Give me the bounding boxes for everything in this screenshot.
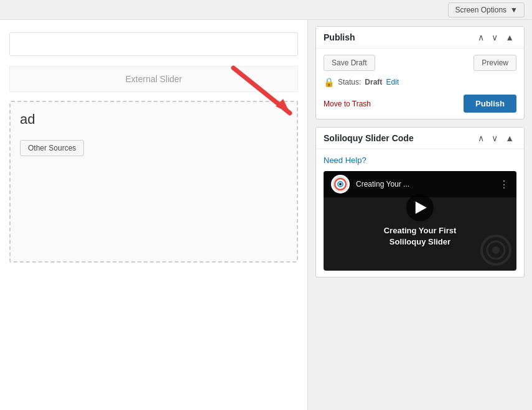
publish-widget-controls: ∧ ∨ ▲: [475, 32, 516, 43]
publish-widget-header: Publish ∧ ∨ ▲: [316, 27, 524, 49]
publish-widget-up-btn[interactable]: ∧: [475, 32, 487, 43]
publish-buttons-row: Save Draft Preview: [324, 55, 516, 71]
publish-button[interactable]: Publish: [464, 95, 516, 113]
ad-text: ad: [20, 111, 287, 128]
slider-widget-up-btn[interactable]: ∧: [475, 133, 487, 144]
status-row: 🔒 Status: Draft Edit: [324, 77, 516, 87]
svg-point-3: [339, 183, 342, 185]
video-title: Creating Your ...: [356, 180, 493, 189]
video-top-bar: Creating Your ... ⋮: [324, 171, 516, 197]
slider-code-widget: Soliloquy Slider Code ∧ ∨ ▲ Need Help?: [315, 127, 525, 277]
publish-widget-title: Publish: [324, 32, 355, 42]
save-draft-button[interactable]: Save Draft: [324, 55, 375, 71]
slider-code-widget-header: Soliloquy Slider Code ∧ ∨ ▲: [316, 128, 524, 149]
video-logo-icon: [331, 175, 350, 193]
left-panel: External Slider ad Other Sources: [0, 20, 308, 410]
publish-actions-row: Move to Trash Publish: [324, 95, 516, 113]
status-edit-link[interactable]: Edit: [386, 78, 399, 86]
main-content: External Slider ad Other Sources Publish…: [0, 20, 532, 410]
play-button[interactable]: [406, 194, 434, 221]
publish-widget-collapse-btn[interactable]: ▲: [503, 32, 516, 43]
status-value: Draft: [365, 78, 382, 86]
screen-options-arrow-icon: ▼: [510, 6, 518, 14]
publish-widget-body: Save Draft Preview 🔒 Status: Draft Edit …: [316, 49, 524, 119]
slider-widget-collapse-btn[interactable]: ▲: [503, 133, 516, 144]
external-slider-label: External Slider: [9, 66, 298, 92]
video-center-controls: Creating Your First Soliloquy Slider: [384, 194, 457, 248]
play-triangle-icon: [416, 202, 427, 214]
publish-widget-down-btn[interactable]: ∨: [489, 32, 500, 43]
other-sources-button[interactable]: Other Sources: [20, 140, 84, 156]
publish-widget: Publish ∧ ∨ ▲ Save Draft Preview: [315, 26, 525, 119]
need-help-link[interactable]: Need Help?: [324, 156, 516, 165]
slider-code-widget-title: Soliloquy Slider Code: [324, 133, 414, 143]
slider-code-widget-body: Need Help? Creating Your ...: [316, 149, 524, 277]
video-watermark-icon: [480, 235, 511, 266]
svg-point-6: [492, 246, 500, 254]
status-icon: 🔒: [324, 77, 334, 87]
title-input[interactable]: [9, 32, 298, 56]
status-label: Status:: [338, 78, 361, 86]
screen-options-button[interactable]: Screen Options ▼: [448, 2, 525, 17]
dashed-area: ad Other Sources: [9, 101, 298, 263]
screen-options-label: Screen Options: [455, 6, 506, 14]
video-thumbnail[interactable]: Creating Your ... ⋮ Creating Your First …: [324, 171, 516, 271]
slider-code-widget-controls: ∧ ∨ ▲: [475, 133, 516, 144]
preview-button[interactable]: Preview: [474, 55, 516, 71]
move-to-trash-link[interactable]: Move to Trash: [324, 100, 371, 108]
top-bar: Screen Options ▼: [0, 0, 532, 20]
slider-widget-down-btn[interactable]: ∨: [489, 133, 500, 144]
video-menu-icon: ⋮: [499, 179, 509, 190]
video-caption: Creating Your First Soliloquy Slider: [384, 225, 457, 248]
right-panel: Publish ∧ ∨ ▲ Save Draft Preview: [308, 20, 532, 410]
